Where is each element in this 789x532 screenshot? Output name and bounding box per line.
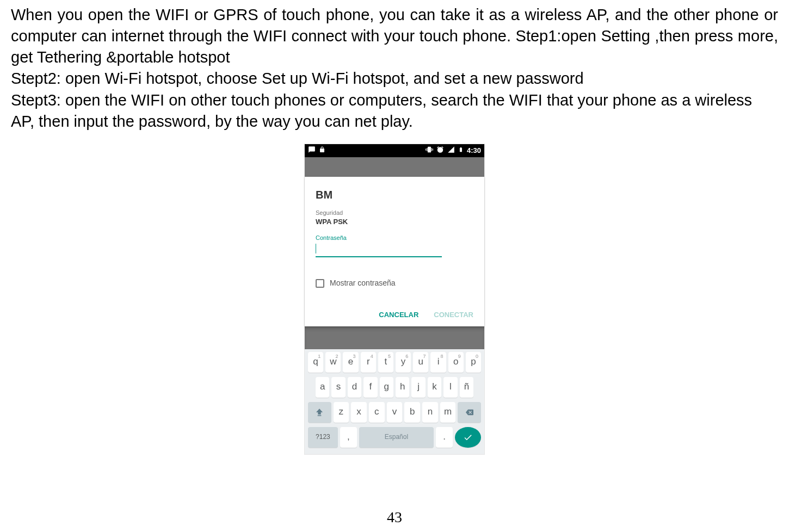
dimmed-background-top <box>305 157 484 177</box>
key-i[interactable]: i8 <box>430 352 446 373</box>
cancel-button[interactable]: CANCELAR <box>379 310 418 320</box>
security-value: WPA PSK <box>316 217 473 227</box>
password-input[interactable] <box>316 242 473 257</box>
key-j[interactable]: j <box>411 377 425 398</box>
space-key[interactable]: Español <box>359 427 434 448</box>
phone-screenshot: 4:30 BM Seguridad WPA PSK Contraseña Mos… <box>11 144 778 454</box>
key-w[interactable]: w2 <box>325 352 341 373</box>
key-m[interactable]: m <box>440 402 456 423</box>
key-l[interactable]: l <box>443 377 457 398</box>
show-password-checkbox[interactable]: Mostrar contraseña <box>316 278 473 288</box>
step2-text: Stept2: open Wi-Fi hotspot, choose Set u… <box>11 68 778 89</box>
key-s[interactable]: s <box>331 377 345 398</box>
key-x[interactable]: x <box>351 402 367 423</box>
status-time: 4:30 <box>467 146 481 156</box>
key-g[interactable]: g <box>380 377 393 398</box>
key-a[interactable]: a <box>316 377 329 398</box>
wifi-connect-dialog: BM Seguridad WPA PSK Contraseña Mostrar … <box>305 177 484 326</box>
alarm-icon <box>436 146 444 156</box>
key-f[interactable]: f <box>363 377 377 398</box>
symbols-key[interactable]: ?123 <box>308 427 338 448</box>
password-label: Contraseña <box>316 234 473 242</box>
key-b[interactable]: b <box>404 402 420 423</box>
on-screen-keyboard: q1w2e3r4t5y6u7i8o9p0 asdfghjklñ zxcvbnm … <box>305 349 484 454</box>
comma-key[interactable]: , <box>340 427 357 448</box>
messages-icon <box>308 146 316 156</box>
page-number: 43 <box>0 507 789 528</box>
connect-button[interactable]: CONECTAR <box>434 310 473 320</box>
security-label: Seguridad <box>316 209 473 217</box>
key-d[interactable]: d <box>348 377 361 398</box>
key-t[interactable]: t5 <box>378 352 393 373</box>
step3-text: Stept3: open the WIFI on other touch pho… <box>11 90 778 132</box>
key-ñ[interactable]: ñ <box>460 377 473 398</box>
key-v[interactable]: v <box>387 402 403 423</box>
show-password-label: Mostrar contraseña <box>330 278 396 288</box>
key-n[interactable]: n <box>422 402 438 423</box>
dialog-title: BM <box>316 188 473 202</box>
backspace-key[interactable] <box>458 402 481 423</box>
key-r[interactable]: r4 <box>361 352 376 373</box>
key-z[interactable]: z <box>334 402 349 423</box>
intro-text: When you open the WIFI or GPRS of touch … <box>11 4 778 68</box>
key-o[interactable]: o9 <box>448 352 464 373</box>
checkbox-icon <box>316 279 324 288</box>
key-e[interactable]: e3 <box>343 352 358 373</box>
android-status-bar: 4:30 <box>305 144 484 157</box>
key-k[interactable]: k <box>428 377 441 398</box>
enter-key[interactable] <box>455 427 481 448</box>
key-u[interactable]: u7 <box>413 352 428 373</box>
battery-icon <box>458 146 464 156</box>
key-y[interactable]: y6 <box>396 352 411 373</box>
vibrate-icon <box>426 146 433 156</box>
shift-key[interactable] <box>308 402 331 423</box>
lock-icon <box>319 146 325 156</box>
key-h[interactable]: h <box>396 377 409 398</box>
key-p[interactable]: p0 <box>466 352 481 373</box>
key-c[interactable]: c <box>369 402 385 423</box>
key-q[interactable]: q1 <box>308 352 323 373</box>
signal-icon <box>447 146 455 156</box>
dimmed-background-bottom <box>305 326 484 349</box>
period-key[interactable]: . <box>436 427 453 448</box>
